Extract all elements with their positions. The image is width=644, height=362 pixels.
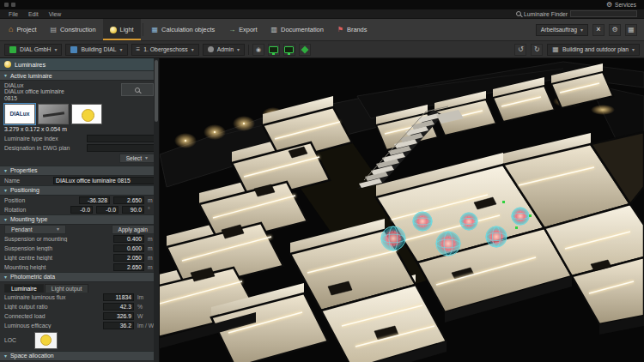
luminaire-finder[interactable]: Luminaire Finder [513, 10, 641, 17]
sphere [459, 212, 478, 231]
suspension-or-mounting-input[interactable]: 0.400 [113, 235, 144, 243]
luminaires-panel: Luminaires Active luminaire DIALux DIALu… [0, 58, 160, 362]
rotation-z-input[interactable]: 90.0 [122, 206, 144, 214]
tab-calculation-objects[interactable]: Calculation objects [145, 19, 222, 40]
type-index-input[interactable] [87, 135, 155, 142]
name-input[interactable]: DIALux office luminaire 0815 [53, 177, 155, 184]
display-mode-button[interactable] [268, 44, 280, 56]
panel-title: Luminaires [0, 58, 159, 70]
storey-icon [137, 46, 141, 53]
space-allocation-header[interactable]: Space allocation [0, 351, 159, 361]
redo-button[interactable] [531, 44, 543, 56]
sidebar-scrollbar[interactable] [154, 58, 159, 362]
positioning-header[interactable]: Positioning [0, 185, 159, 196]
mounting-type-dropdown[interactable]: Pendant [4, 225, 66, 234]
visibility-button[interactable] [252, 44, 264, 56]
rotation-x-input[interactable]: -0.0 [70, 206, 93, 214]
thumbnail-logo[interactable]: DIALux [4, 104, 35, 124]
workplan-label: Arbeitsauftrag [541, 27, 577, 33]
suspension-or-mounting-label: Suspension or mounting [4, 236, 110, 242]
light-bulb-icon [110, 27, 117, 33]
tab-construction[interactable]: Construction [43, 19, 102, 40]
thumbnail-polar-diagram[interactable] [71, 104, 102, 124]
undo-button[interactable] [514, 44, 526, 56]
window-menu-icon[interactable] [11, 3, 15, 7]
tab-light[interactable]: Light [103, 19, 141, 40]
menu-edit[interactable]: Edit [23, 11, 44, 17]
services-button[interactable]: Services [603, 2, 640, 9]
rotation-y-input[interactable]: -0.0 [96, 206, 118, 214]
viewport-3d[interactable] [160, 58, 644, 362]
tab-documentation[interactable]: Documentation [264, 19, 331, 40]
active-luminaire-section: DIALux DIALux office luminaire 0815 DIAL… [0, 81, 159, 166]
tab-construction-label: Construction [60, 26, 96, 33]
workplan-dropdown[interactable]: Arbeitsauftrag [536, 24, 588, 36]
chevron-down-icon [191, 47, 194, 52]
plan-view-icon [552, 46, 559, 53]
company-label: DIAL GmbH [20, 46, 51, 52]
company-icon [9, 46, 16, 53]
render-view-button[interactable] [283, 44, 295, 56]
grid-view-button[interactable] [625, 24, 637, 36]
thumbnail-photo[interactable] [38, 104, 69, 124]
panel-title-label: Luminaires [15, 61, 46, 69]
luminous-flux-value: 11834 [103, 293, 134, 301]
titlebar: Services [0, 0, 644, 9]
position-label: Position [4, 197, 76, 203]
luminous-flux-label: Luminaire luminous flux [4, 294, 100, 300]
building-dropdown[interactable]: Building DIAL [65, 44, 127, 56]
luminaire-thumbnails: DIALux [4, 104, 155, 124]
building-icon [70, 46, 77, 53]
settings-button[interactable] [609, 24, 621, 36]
apply-again-button[interactable]: Apply again [112, 225, 155, 234]
properties-header[interactable]: Properties [0, 166, 159, 176]
monitor-green-icon [284, 46, 294, 53]
luminaire-icon [4, 61, 11, 68]
view-mode-dropdown[interactable]: Building and outdoor plan [547, 44, 640, 56]
light-output-ratio-value[interactable]: 42.3 [103, 303, 134, 311]
dialux-window: Services File Edit View Luminaire Finder… [0, 0, 644, 362]
tab-light-output[interactable]: Light output [45, 284, 89, 293]
user-dropdown[interactable]: Admin [203, 44, 245, 56]
storey-dropdown[interactable]: 1. Obergeschoss [131, 44, 199, 56]
chevron-down-icon [4, 73, 7, 78]
dwg-input[interactable] [87, 144, 155, 152]
chevron-down-icon [145, 155, 148, 160]
light-centre-height-input[interactable]: 2.050 [113, 254, 144, 262]
tab-brands-label: Brands [347, 26, 367, 33]
loc-diagram[interactable] [34, 332, 58, 349]
menu-view[interactable]: View [44, 11, 67, 17]
view-mode-label: Building and outdoor plan [562, 46, 629, 52]
cube-green-icon [301, 45, 308, 53]
tab-project[interactable]: Project [2, 19, 43, 40]
tab-brands[interactable]: Brands [331, 19, 374, 40]
photometric-data-header[interactable]: Photometric data [0, 272, 159, 282]
luminous-efficacy-label: Luminous efficacy [4, 323, 100, 329]
active-luminaire-header[interactable]: Active luminaire [0, 70, 159, 81]
user-icon [208, 46, 214, 52]
chevron-down-icon [54, 47, 57, 52]
loc-label: LOC [4, 337, 28, 343]
tab-luminaire[interactable]: Luminaire [4, 284, 44, 293]
position-z-input[interactable]: 2.650 [113, 196, 144, 204]
type-index-label: Luminaire type index [4, 136, 83, 142]
company-dropdown[interactable]: DIAL GmbH [4, 44, 62, 56]
scrollbar-thumb[interactable] [155, 60, 158, 122]
luminaire-finder-input[interactable] [570, 10, 637, 17]
undo-icon [518, 46, 524, 53]
position-x-input[interactable]: -36.328 [79, 196, 110, 204]
grid-icon [628, 27, 635, 33]
tab-export[interactable]: Export [222, 19, 264, 40]
menu-file[interactable]: File [3, 11, 23, 17]
select-button[interactable]: Select [119, 154, 155, 163]
connected-load-value[interactable]: 326.9 [103, 312, 134, 320]
raytrace-button[interactable] [299, 44, 311, 56]
close-workplan-button[interactable] [592, 24, 605, 36]
chevron-down-icon [632, 47, 635, 52]
mounting-height-input[interactable]: 2.650 [113, 263, 144, 271]
luminaire-finder-button[interactable] [121, 83, 154, 96]
redo-icon [534, 46, 540, 53]
suspension-length-input[interactable]: 0.600 [113, 244, 144, 252]
mounting-type-header[interactable]: Mounting type [0, 214, 159, 225]
user-label: Admin [217, 46, 234, 52]
